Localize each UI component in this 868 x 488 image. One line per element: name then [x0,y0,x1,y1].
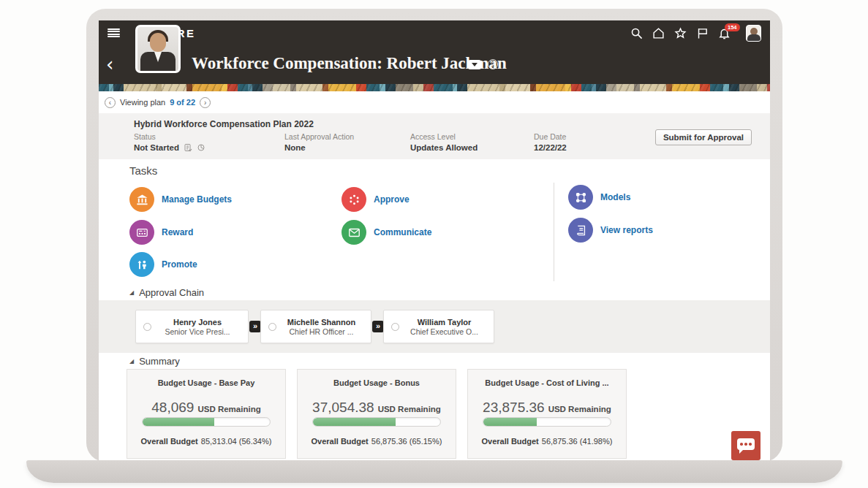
budget-card-cost-of-living: Budget Usage - Cost of Living ... 23,875… [467,369,627,459]
back-chevron-icon[interactable]: ‹ [106,55,121,74]
home-icon[interactable] [652,27,665,39]
approval-chain-heading[interactable]: ◢ Approval Chain [129,287,204,298]
submit-for-approval-button[interactable]: Submit for Approval [655,129,752,145]
approver-title: Chief Executive O... [399,327,489,336]
summary-cards: Budget Usage - Base Pay 48,069USD Remain… [127,369,627,459]
approver-card[interactable]: William Taylor Chief Executive O... [383,310,494,343]
task-communicate[interactable]: Communicate [341,220,431,245]
task-reward[interactable]: Reward [129,220,193,245]
overall-budget-value: 56,875.36 (41.98%) [542,437,613,446]
task-label: Approve [374,194,410,205]
app-screen: İNSPİRE 154 ‹ Workforce Compensation: Ro… [99,20,770,460]
viewing-label: Viewing plan [120,98,165,107]
task-label: Reward [162,227,193,237]
next-plan-icon[interactable]: › [200,97,211,108]
overall-budget-label: Overall Budget [482,437,539,446]
budget-card-title: Budget Usage - Bonus [298,378,456,387]
task-promote[interactable]: Promote [129,252,197,277]
last-approval-field: Last Approval Action None [284,132,354,152]
notifications[interactable]: 154 [718,27,731,39]
status-pie-icon[interactable] [197,143,205,152]
flag-icon[interactable] [696,27,709,39]
tasks-column-divider [554,183,554,281]
remaining-label: USD Remaining [548,405,611,413]
task-label: Models [600,192,630,202]
task-label: View reports [600,225,653,235]
overall-budget-label: Overall Budget [141,437,198,446]
budget-progress-fill [313,418,396,426]
approval-chain-band: Henry Jones Senior Vice Presi... » Miche… [99,300,770,353]
status-value: Not Started [134,143,179,152]
chat-button[interactable] [731,431,761,460]
status-label: Status [134,132,205,141]
status-doc-icon[interactable] [184,143,192,152]
collapse-triangle-icon[interactable]: ◢ [129,359,134,365]
budget-progress-bar [312,417,441,427]
approver-card[interactable]: Michelle Shannon Chief HR Officer ... [260,310,371,343]
budget-card-bonus: Budget Usage - Bonus 37,054.38USD Remain… [297,369,456,459]
approver-name: Henry Jones [151,318,244,327]
task-approve[interactable]: Approve [341,187,410,212]
approver-name: William Taylor [399,318,489,327]
help-icon[interactable]: ? [488,59,498,69]
approver-radio[interactable] [143,323,151,331]
approver-card[interactable]: Henry Jones Senior Vice Presi... [135,310,249,343]
chain-next-icon: » [249,321,261,332]
remaining-amount: 23,875.36 [483,400,545,415]
section-title: Summary [139,356,180,367]
collapse-triangle-icon[interactable]: ◢ [129,290,134,296]
access-level-value: Updates Allowed [410,143,478,152]
task-label: Manage Budgets [162,194,232,205]
envelope-icon [341,220,366,245]
toolbar-actions: 154 [630,25,761,42]
plan-position: 9 of 22 [170,98,195,107]
due-date-value: 12/22/22 [534,143,567,152]
page-header: ‹ Workforce Compensation: Robert Jackman… [99,45,770,84]
plan-name: Hybrid Workforce Compensation Plan 2022 [134,119,314,129]
video-icon[interactable] [468,60,481,69]
favorites-star-icon[interactable] [674,27,687,39]
menu-icon[interactable] [107,28,120,37]
budget-card-base-pay: Budget Usage - Base Pay 48,069USD Remain… [127,369,286,459]
budget-progress-bar [142,417,271,427]
remaining-label: USD Remaining [378,405,441,413]
promote-icon [129,252,154,277]
budget-progress-fill [483,418,537,426]
summary-heading[interactable]: ◢ Summary [129,356,180,367]
approve-icon [341,187,366,212]
laptop-base [26,460,842,483]
approver-radio[interactable] [391,323,399,331]
access-level-label: Access Level [410,132,478,141]
avatar-body [747,34,761,42]
tasks-heading: Tasks [129,164,157,177]
decorative-banner [99,84,770,91]
due-date-label: Due Date [534,132,567,141]
task-label: Communicate [374,227,431,237]
approver-radio[interactable] [268,323,276,331]
budget-card-title: Budget Usage - Base Pay [127,378,285,387]
task-models[interactable]: Models [568,185,630,210]
models-icon [568,185,593,210]
budget-progress-bar [483,417,611,427]
bank-icon [129,187,154,212]
overall-budget-label: Overall Budget [312,437,369,446]
search-icon[interactable] [630,27,643,39]
notification-badge: 154 [725,23,740,31]
budget-progress-fill [143,418,214,426]
remaining-amount: 48,069 [151,400,194,415]
previous-plan-icon[interactable]: ‹ [105,97,116,108]
plan-info-panel: Hybrid Workforce Compensation Plan 2022 … [99,113,770,159]
approver-title: Chief HR Officer ... [276,327,366,336]
section-title: Approval Chain [139,287,204,298]
budget-card-title: Budget Usage - Cost of Living ... [468,378,626,387]
approver-name: Michelle Shannon [276,318,366,327]
task-view-reports[interactable]: View reports [568,218,653,243]
task-manage-budgets[interactable]: Manage Budgets [129,187,232,212]
user-avatar[interactable] [746,25,761,42]
access-level-field: Access Level Updates Allowed [410,132,478,152]
last-approval-value: None [284,143,306,152]
task-label: Promote [162,259,197,270]
chain-next-icon: » [372,321,384,332]
reward-icon [129,220,154,245]
overall-budget-value: 85,313.04 (56.34%) [201,437,272,446]
